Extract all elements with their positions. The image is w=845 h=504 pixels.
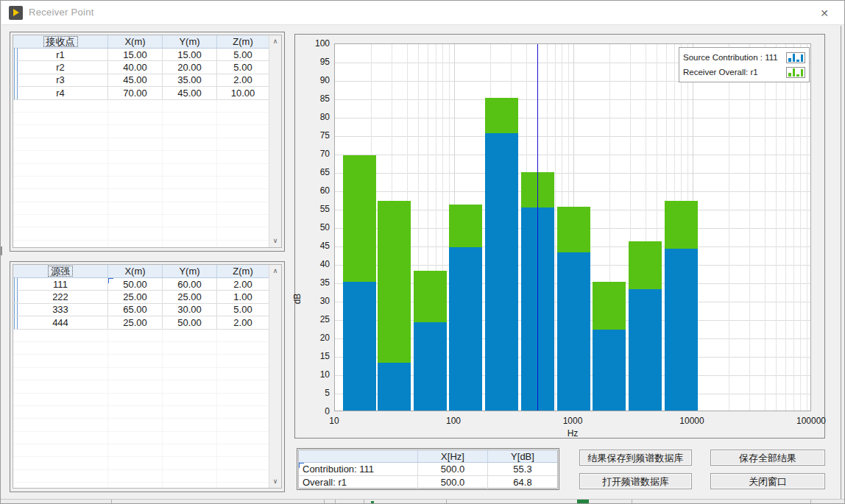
table-cell[interactable]: r1 — [13, 49, 108, 60]
scroll-up-icon[interactable]: ∧ — [269, 266, 281, 277]
table-cell[interactable]: 45.00 — [108, 74, 163, 86]
table-row[interactable]: 11150.0060.002.00 — [13, 278, 269, 291]
table-cell[interactable]: 1.00 — [217, 291, 269, 302]
table-cell[interactable]: 25.00 — [108, 291, 163, 302]
table-cell[interactable]: 50.00 — [108, 278, 163, 290]
table-cell[interactable]: 50.00 — [163, 316, 217, 328]
y-tick-label: 100 — [300, 38, 330, 49]
y-tick-label: 50 — [300, 222, 330, 233]
table-cell[interactable]: 60.00 — [163, 278, 217, 290]
scroll-down-icon[interactable]: ∨ — [269, 235, 281, 246]
empty-table-row — [13, 368, 269, 380]
readout-cell[interactable]: Contribution: 111 — [299, 463, 418, 475]
empty-cell — [217, 113, 269, 124]
empty-table-row — [13, 164, 269, 177]
table-cell[interactable]: 15.00 — [108, 49, 163, 60]
empty-cell — [163, 394, 217, 405]
table-cell[interactable]: 2.00 — [217, 316, 269, 328]
y-tick-label: 45 — [300, 241, 330, 251]
table-cell[interactable]: 25.00 — [108, 316, 163, 328]
y-tick-label: 20 — [300, 333, 330, 343]
table-cell[interactable]: 10.00 — [217, 87, 269, 99]
scroll-down-icon[interactable]: ∨ — [269, 476, 281, 487]
table-cell[interactable]: 30.00 — [163, 304, 217, 316]
empty-cell — [13, 380, 108, 392]
empty-cell — [13, 189, 108, 201]
y-tick-label: 95 — [300, 57, 330, 67]
legend-item[interactable]: Source Contribution : 111 — [683, 50, 805, 65]
empty-cell — [217, 151, 269, 163]
empty-cell — [13, 406, 108, 418]
table-cell[interactable]: 15.00 — [163, 49, 217, 60]
table-cell[interactable]: 20.00 — [163, 61, 217, 73]
v-gridline-minor — [765, 44, 766, 411]
y-tick-label: 10 — [300, 369, 330, 380]
table-row[interactable]: 44425.0050.002.00 — [13, 316, 269, 329]
contribution-segment — [557, 252, 590, 411]
open-spectrum-db-button[interactable]: 打开频谱数据库 — [579, 473, 692, 489]
readout-cell[interactable]: Overall: r1 — [299, 476, 418, 489]
close-icon[interactable]: ✕ — [817, 6, 832, 21]
v-gridline-minor — [793, 44, 794, 411]
save-results-to-spectrum-db-button[interactable]: 结果保存到频谱数据库 — [579, 450, 692, 466]
readout-row[interactable]: Overall: r1500.064.8 — [299, 476, 557, 489]
source-table-scrollbar[interactable]: ∧ ∨ — [269, 265, 281, 488]
readout-row[interactable]: Contribution: 111500.055.3 — [299, 463, 557, 476]
table-cell[interactable]: 111 — [13, 278, 108, 290]
table-row[interactable]: r470.0045.0010.00 — [13, 87, 269, 99]
empty-cell — [217, 444, 269, 456]
table-row[interactable]: 33365.0030.005.00 — [13, 304, 269, 316]
table-cell[interactable]: 5.00 — [217, 61, 269, 73]
table-row[interactable]: r345.0035.002.00 — [13, 74, 269, 87]
scroll-up-icon[interactable]: ∧ — [269, 36, 281, 47]
table-cell[interactable]: 45.00 — [163, 87, 217, 99]
table-row[interactable]: 22225.0025.001.00 — [13, 291, 269, 303]
spectrum-bar — [449, 205, 482, 411]
readout-cell[interactable]: 500.0 — [418, 476, 488, 489]
table-cell[interactable]: 35.00 — [163, 74, 217, 86]
table-cell[interactable]: 444 — [13, 316, 108, 328]
empty-cell — [163, 189, 217, 201]
empty-cell — [217, 241, 269, 247]
column-header: X(m) — [108, 265, 163, 277]
table-cell[interactable]: r2 — [13, 61, 108, 73]
empty-cell — [217, 342, 269, 354]
column-header: Z(m) — [217, 35, 269, 48]
column-header: X(m) — [108, 35, 163, 48]
empty-cell — [108, 125, 163, 137]
empty-cell — [163, 380, 217, 392]
empty-cell — [217, 215, 269, 227]
receiver-table-scrollbar[interactable]: ∧ ∨ — [269, 35, 281, 247]
plot-area[interactable] — [334, 43, 811, 411]
empty-cell — [108, 330, 163, 341]
readout-cell[interactable]: 55.3 — [488, 463, 557, 475]
table-cell[interactable]: 2.00 — [217, 74, 269, 86]
table-cell[interactable]: 65.00 — [108, 304, 163, 316]
y-tick-label: 25 — [300, 314, 330, 324]
empty-table-row — [13, 151, 269, 163]
readout-cell[interactable]: 500.0 — [418, 463, 488, 475]
empty-cell — [13, 177, 108, 188]
close-window-button[interactable]: 关闭窗口 — [710, 473, 825, 489]
cursor-line[interactable] — [537, 44, 538, 411]
table-cell[interactable]: r3 — [13, 74, 108, 86]
table-cell[interactable]: 25.00 — [163, 291, 217, 302]
table-cell[interactable]: 333 — [13, 304, 108, 316]
table-cell[interactable]: r4 — [13, 87, 108, 99]
table-cell[interactable]: 5.00 — [217, 304, 269, 316]
empty-table-row — [13, 457, 269, 469]
readout-header-row: X[Hz]Y[dB] — [299, 450, 557, 463]
table-cell[interactable]: 40.00 — [108, 61, 163, 73]
legend-item[interactable]: Receiver Overall: r1 — [683, 65, 805, 79]
table-row[interactable]: r240.0020.005.00 — [13, 61, 269, 74]
readout-cell[interactable]: 64.8 — [488, 476, 557, 489]
empty-cell — [217, 483, 269, 488]
x-tick-label: 100 — [428, 416, 479, 426]
table-cell[interactable]: 5.00 — [217, 49, 269, 60]
table-cell[interactable]: 70.00 — [108, 87, 163, 99]
table-cell[interactable]: 222 — [13, 291, 108, 302]
save-all-results-button[interactable]: 保存全部结果 — [710, 450, 825, 466]
table-cell[interactable]: 2.00 — [217, 278, 269, 290]
empty-cell — [108, 368, 163, 380]
table-row[interactable]: r115.0015.005.00 — [13, 49, 269, 61]
